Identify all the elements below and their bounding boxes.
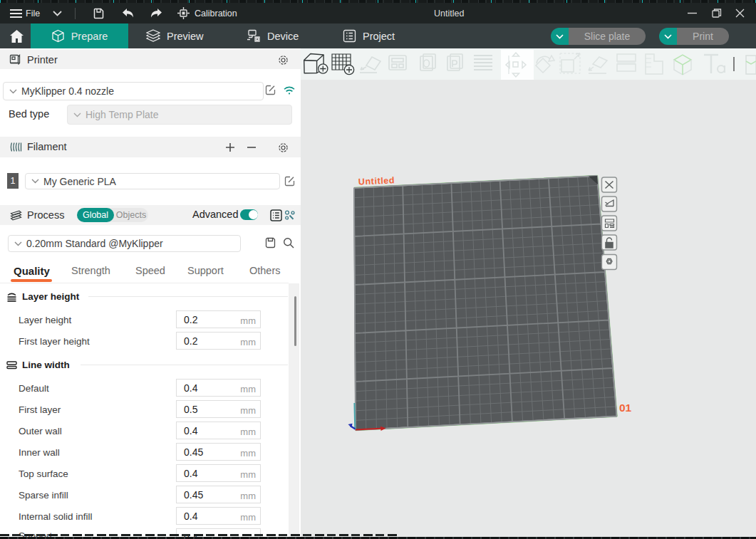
svg-text:01: 01 <box>619 402 632 414</box>
svg-text:Untitled: Untitled <box>358 175 395 187</box>
